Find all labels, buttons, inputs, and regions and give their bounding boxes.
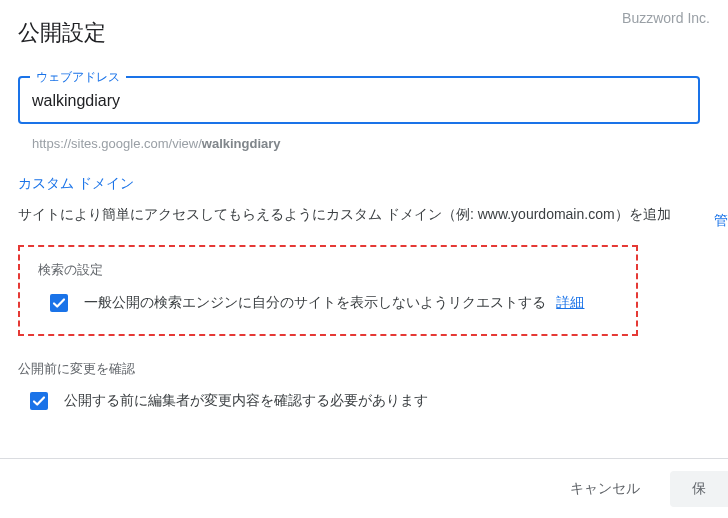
url-preview: https://sites.google.com/view/walkingdia…: [32, 136, 728, 151]
review-checkbox-label: 公開する前に編集者が変更内容を確認する必要があります: [64, 392, 428, 410]
cancel-button[interactable]: キャンセル: [548, 471, 662, 507]
search-settings-section: 検索の設定 一般公開の検索エンジンに自分のサイトを表示しないようリクエストする …: [18, 245, 638, 336]
search-settings-row: 一般公開の検索エンジンに自分のサイトを表示しないようリクエストする 詳細: [38, 293, 618, 312]
search-settings-title: 検索の設定: [38, 261, 618, 279]
dialog-footer: キャンセル 保: [0, 458, 728, 518]
url-preview-prefix: https://sites.google.com/view/: [32, 136, 202, 151]
watermark: Buzzword Inc.: [622, 10, 710, 26]
search-checkbox-label: 一般公開の検索エンジンに自分のサイトを表示しないようリクエストする: [84, 294, 546, 310]
search-checkbox[interactable]: [50, 294, 68, 312]
search-details-link[interactable]: 詳細: [556, 294, 584, 310]
review-settings-title: 公開前に変更を確認: [18, 360, 728, 378]
web-address-field[interactable]: ウェブアドレス: [18, 76, 700, 124]
checkmark-icon: [30, 392, 48, 410]
checkmark-icon: [50, 294, 68, 312]
custom-domain-description: サイトにより簡単にアクセスしてもらえるようにカスタム ドメイン（例: www.y…: [18, 203, 728, 225]
custom-domain-section: カスタム ドメイン サイトにより簡単にアクセスしてもらえるようにカスタム ドメイ…: [18, 175, 728, 225]
review-settings-section: 公開前に変更を確認 公開する前に編集者が変更内容を確認する必要があります: [18, 360, 728, 410]
publish-dialog: 公開設定 ウェブアドレス https://sites.google.com/vi…: [0, 0, 728, 410]
web-address-input[interactable]: [32, 92, 686, 110]
save-button[interactable]: 保: [670, 471, 728, 507]
url-preview-slug: walkingdiary: [202, 136, 281, 151]
custom-domain-link[interactable]: カスタム ドメイン: [18, 175, 728, 193]
web-address-label: ウェブアドレス: [30, 69, 126, 86]
search-checkbox-label-wrap: 一般公開の検索エンジンに自分のサイトを表示しないようリクエストする 詳細: [84, 293, 584, 312]
review-checkbox[interactable]: [30, 392, 48, 410]
review-settings-row: 公開する前に編集者が変更内容を確認する必要があります: [18, 392, 728, 410]
manage-link[interactable]: 管: [714, 212, 728, 230]
